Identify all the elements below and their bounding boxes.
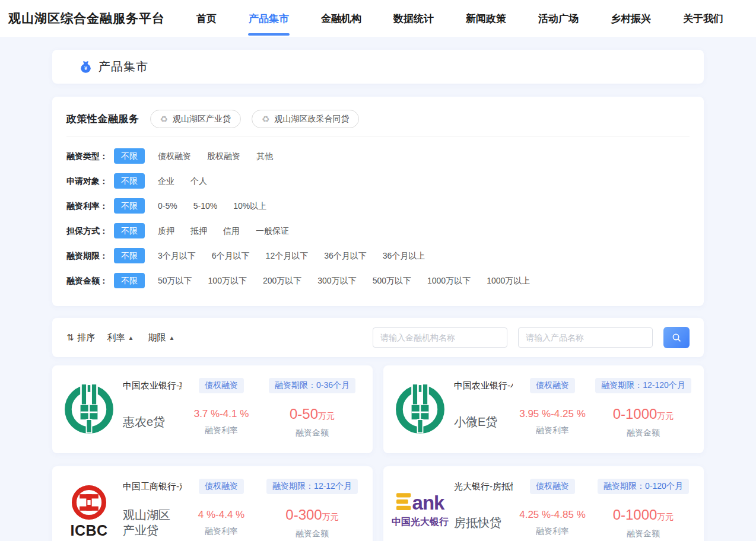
amount-value: 0-50万元 bbox=[290, 406, 335, 422]
filter-option[interactable]: 企业 bbox=[158, 174, 174, 187]
filter-option[interactable]: 其他 bbox=[256, 149, 273, 163]
rate-value: 3.7 %-4.1 % bbox=[194, 408, 249, 420]
filter-row-term: 融资期限： 不限 3个月以下 6个月以下 12个月以下 36个月以下 36个月以… bbox=[66, 248, 690, 263]
filter-option[interactable]: 0-5% bbox=[158, 199, 177, 212]
filter-option[interactable]: 50万以下 bbox=[158, 274, 192, 287]
financing-term-badge: 融资期限：12-12个月 bbox=[266, 479, 358, 494]
nav-item-label: 乡村振兴 bbox=[611, 12, 651, 26]
nav-item-rural-revitalization[interactable]: 乡村振兴 bbox=[595, 0, 667, 37]
bank-product-title: 中国工商银行-观... bbox=[123, 481, 182, 492]
product-card-fangdi-quick-loan[interactable]: ank 中国光大银行 光大银行-房抵快贷 债权融资 融资期限：0-120个月 房… bbox=[383, 466, 704, 541]
financing-type-badge: 债权融资 bbox=[199, 479, 244, 494]
sort-option-label: 利率 bbox=[107, 332, 125, 343]
filter-option[interactable]: 100万以下 bbox=[208, 274, 247, 287]
filter-option-unlimited[interactable]: 不限 bbox=[114, 173, 145, 189]
bank-product-title: 中国农业银行-小... bbox=[454, 380, 513, 392]
rate-value: 4.25 %-4.85 % bbox=[519, 509, 586, 521]
sort-by-term[interactable]: 期限 ▲ bbox=[148, 332, 174, 343]
amount-label: 融资金额 bbox=[613, 529, 674, 539]
nav-item-financial-institutions[interactable]: 金融机构 bbox=[305, 0, 377, 37]
filter-option[interactable]: 信用 bbox=[223, 224, 240, 237]
filter-row-financing-type: 融资类型： 不限 债权融资 股权融资 其他 bbox=[66, 148, 690, 164]
filter-option[interactable]: 个人 bbox=[190, 174, 207, 187]
filter-option-unlimited[interactable]: 不限 bbox=[114, 223, 145, 238]
nav-item-label: 新闻政策 bbox=[466, 12, 506, 26]
active-tab-underline bbox=[248, 33, 290, 36]
filter-option[interactable]: 3个月以下 bbox=[158, 249, 196, 262]
recycle-icon: ♻ bbox=[160, 114, 168, 123]
recycle-icon: ♻ bbox=[262, 114, 269, 123]
everbright-ank-text: ank bbox=[412, 495, 444, 511]
amount-label: 融资金额 bbox=[285, 529, 338, 539]
filter-option[interactable]: 抵押 bbox=[190, 224, 207, 237]
nav-item-label: 首页 bbox=[196, 12, 217, 26]
product-card-huinong-e-loan[interactable]: 中国农业银行-惠... 债权融资 融资期限：0-36个月 惠农e贷 3.7 %-… bbox=[52, 365, 373, 453]
filter-label: 融资类型： bbox=[66, 149, 114, 163]
filter-option[interactable]: 12个月以下 bbox=[266, 249, 309, 262]
top-nav: 观山湖区综合金融服务平台 首页 产品集市 金融机构 数据统计 新闻政策 活动广场… bbox=[0, 0, 756, 37]
rate-label: 融资利率 bbox=[194, 425, 249, 436]
search-button[interactable] bbox=[663, 327, 690, 348]
divider bbox=[66, 136, 690, 136]
nav-item-label: 产品集市 bbox=[249, 12, 289, 26]
sort-option-label: 期限 bbox=[148, 332, 166, 343]
filter-option-unlimited[interactable]: 不限 bbox=[114, 248, 145, 263]
filter-option[interactable]: 一般保证 bbox=[256, 224, 289, 237]
sort-arrows-icon: ⇅ bbox=[66, 332, 74, 343]
filter-label: 申请对象： bbox=[66, 174, 114, 187]
rate-value: 3.95 %-4.25 % bbox=[519, 408, 586, 420]
financing-term-badge: 融资期限：0-120个月 bbox=[598, 479, 689, 494]
policy-loan-button-gov-procurement[interactable]: ♻ 观山湖区政采合同贷 bbox=[252, 110, 359, 128]
filter-option-unlimited[interactable]: 不限 bbox=[114, 198, 145, 214]
filter-row-amount: 融资金额： 不限 50万以下 100万以下 200万以下 300万以下 500万… bbox=[66, 273, 690, 288]
nav-item-news-policy[interactable]: 新闻政策 bbox=[450, 0, 522, 37]
nav-item-data-statistics[interactable]: 数据统计 bbox=[377, 0, 450, 37]
nav-item-home[interactable]: 首页 bbox=[180, 0, 233, 37]
financing-type-badge: 债权融资 bbox=[530, 378, 575, 393]
filter-option[interactable]: 债权融资 bbox=[158, 149, 191, 163]
nav-item-activity-square[interactable]: 活动广场 bbox=[522, 0, 595, 37]
product-search-input[interactable] bbox=[518, 327, 653, 348]
sort-by-rate[interactable]: 利率 ▲ bbox=[107, 332, 134, 343]
icbc-bank-logo: ICBC bbox=[61, 478, 117, 541]
filter-option-unlimited[interactable]: 不限 bbox=[114, 148, 145, 164]
abc-bank-logo bbox=[61, 377, 117, 442]
filter-row-guarantee: 担保方式： 不限 质押 抵押 信用 一般保证 bbox=[66, 223, 690, 238]
filter-option[interactable]: 1000万以下 bbox=[427, 274, 471, 287]
filter-option[interactable]: 10%以上 bbox=[233, 199, 266, 212]
filter-option[interactable]: 36个月以下 bbox=[324, 249, 367, 262]
policy-loan-button-industry[interactable]: ♻ 观山湖区产业贷 bbox=[150, 110, 241, 128]
page-title: 产品集市 bbox=[99, 59, 148, 75]
financing-term-badge: 融资期限：12-120个月 bbox=[595, 378, 691, 393]
icbc-logo-text: ICBC bbox=[70, 523, 107, 538]
policy-loan-label: 观山湖区政采合同贷 bbox=[274, 114, 349, 125]
filter-option[interactable]: 500万以下 bbox=[373, 274, 411, 287]
institution-search-input[interactable] bbox=[373, 327, 507, 348]
filter-option[interactable]: 200万以下 bbox=[263, 274, 301, 287]
filter-option[interactable]: 1000万以上 bbox=[487, 274, 530, 287]
filter-option[interactable]: 36个月以上 bbox=[383, 249, 425, 262]
product-grid: 中国农业银行-惠... 债权融资 融资期限：0-36个月 惠农e贷 3.7 %-… bbox=[52, 365, 704, 541]
rate-value: 4 %-4.4 % bbox=[198, 509, 244, 521]
page-title-card: ¥ 产品集市 bbox=[52, 50, 704, 84]
filter-option[interactable]: 质押 bbox=[158, 224, 174, 237]
nav-item-product-market[interactable]: 产品集市 bbox=[233, 0, 305, 37]
ascending-triangle-icon: ▲ bbox=[169, 335, 174, 341]
product-card-xiaowei-e-loan[interactable]: 中国农业银行-小... 债权融资 融资期限：12-120个月 小微E贷 3.95… bbox=[383, 365, 704, 453]
bank-product-title: 中国农业银行-惠... bbox=[123, 380, 182, 392]
everbright-bank-logo: ank 中国光大银行 bbox=[392, 478, 448, 541]
nav-item-about-us[interactable]: 关于我们 bbox=[667, 0, 739, 37]
amount-value: 0-1000万元 bbox=[613, 507, 674, 523]
product-card-guanshanhu-industry-loan[interactable]: ICBC 中国工商银行-观... 债权融资 融资期限：12-12个月 观山湖区产… bbox=[52, 466, 373, 541]
amount-label: 融资金额 bbox=[613, 428, 674, 438]
filter-option-unlimited[interactable]: 不限 bbox=[114, 273, 145, 288]
product-name: 小微E贷 bbox=[454, 414, 513, 429]
nav-item-label: 关于我们 bbox=[683, 12, 723, 26]
amount-label: 融资金额 bbox=[290, 428, 335, 438]
filter-option[interactable]: 5-10% bbox=[193, 199, 217, 212]
filter-option[interactable]: 300万以下 bbox=[317, 274, 356, 287]
product-name: 惠农e贷 bbox=[123, 414, 182, 429]
search-icon bbox=[671, 332, 682, 343]
filter-option[interactable]: 6个月以下 bbox=[212, 249, 250, 262]
filter-option[interactable]: 股权融资 bbox=[207, 149, 240, 163]
